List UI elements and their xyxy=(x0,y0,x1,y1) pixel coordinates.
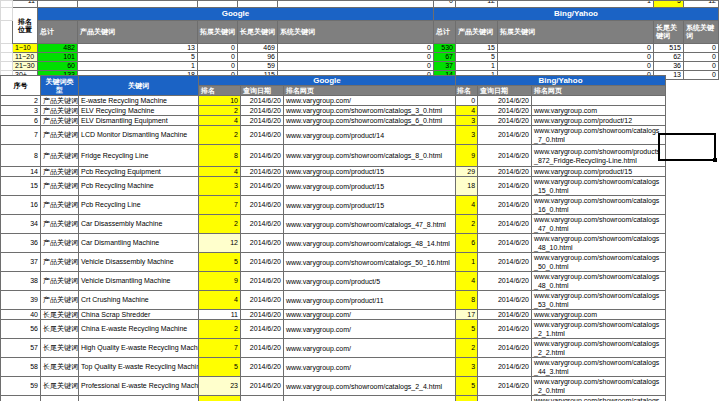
bing-count-cell[interactable]: 36 xyxy=(654,62,684,71)
google-date-cell[interactable]: 2014/6/20 xyxy=(241,396,284,401)
main-bing-header[interactable]: Bing/Yahoo xyxy=(456,76,666,86)
bing-page-header[interactable]: 排名网页 xyxy=(532,86,666,96)
google-url-cell[interactable]: www.varygroup.com/showroom/catalogs_2_4.… xyxy=(284,377,456,396)
bing-date-cell[interactable]: 2014/6/20 xyxy=(478,272,532,291)
google-rank-cell[interactable]: 2 xyxy=(199,106,241,116)
bing-url-cell[interactable]: www.varygroup.com/product/12 xyxy=(532,116,666,126)
google-url-cell[interactable]: www.varygroup.com/ xyxy=(284,310,456,320)
keyword-type-cell[interactable]: 长尾关键词 xyxy=(41,320,79,339)
summary-col-header-b-total[interactable]: 总计 xyxy=(434,21,456,44)
keyword-cell[interactable]: Crt Crushing Machine xyxy=(79,291,199,310)
bing-url-cell[interactable]: www.varygroup.com/showroom/catalogs_16_0… xyxy=(532,196,666,215)
row-number-cell[interactable]: 15 xyxy=(1,177,41,196)
row-number-cell[interactable]: 8 xyxy=(1,145,41,167)
google-total-cell[interactable]: 60 xyxy=(38,62,78,71)
google-rank-cell[interactable]: 2 xyxy=(199,126,241,145)
bing-count-cell[interactable]: 0 xyxy=(498,44,654,53)
google-rank-cell[interactable]: 2 xyxy=(199,320,241,339)
bing-url-cell[interactable]: www.varygroup.com/showroom/catalogs_7_0.… xyxy=(532,126,666,145)
google-count-cell[interactable]: 0 xyxy=(198,53,238,62)
bing-url-cell[interactable]: www.varygroup.com xyxy=(532,310,666,320)
bing-date-cell[interactable]: 2014/6/20 xyxy=(478,106,532,116)
keyword-cell[interactable]: High Quality E-waste Recycling Machine xyxy=(79,339,199,358)
google-date-cell[interactable]: 2014/6/20 xyxy=(241,320,284,339)
google-date-cell[interactable]: 2014/6/20 xyxy=(241,96,284,106)
col-a-cell[interactable] xyxy=(1,8,13,21)
google-rank-cell[interactable]: 10 xyxy=(199,96,241,106)
partial-cell[interactable] xyxy=(78,1,198,8)
bing-date-cell[interactable]: 2014/6/20 xyxy=(478,291,532,310)
bing-rank-cell[interactable]: 5 xyxy=(456,320,478,339)
rank-range-cell[interactable]: 1~10 xyxy=(13,44,38,53)
google-url-cell[interactable]: www.varygroup.com/ xyxy=(284,96,456,106)
bing-url-cell[interactable]: www.varygroup.com/showroom/catalogs_2_2.… xyxy=(532,339,666,358)
main-header-keyword[interactable]: 关键词 xyxy=(79,76,199,96)
keyword-cell[interactable]: China Scrap Shredder xyxy=(79,310,199,320)
keyword-type-cell[interactable]: 产品关键词 xyxy=(41,145,79,167)
summary-col-header-g-longtail[interactable]: 长尾关键词 xyxy=(238,21,278,44)
google-url-cell[interactable]: www.varygroup.com/product/5 xyxy=(284,272,456,291)
keyword-cell[interactable]: ELV Recycling Machine xyxy=(79,106,199,116)
keyword-type-cell[interactable]: 产品关键词 xyxy=(41,116,79,126)
row-number-cell[interactable]: 16 xyxy=(1,196,41,215)
keyword-type-cell[interactable]: 产品关键词 xyxy=(41,177,79,196)
keyword-type-cell[interactable]: 产品关键词 xyxy=(41,253,79,272)
google-date-cell[interactable]: 2014/6/20 xyxy=(241,272,284,291)
summary-col-header-g-product[interactable]: 产品关键词 xyxy=(78,21,198,44)
keyword-type-cell[interactable]: 产品关键词 xyxy=(41,215,79,234)
google-rank-header[interactable]: 排名 xyxy=(199,86,241,96)
partial-cell[interactable] xyxy=(238,1,278,8)
bing-rank-cell[interactable]: 17 xyxy=(456,310,478,320)
google-date-cell[interactable]: 2014/6/20 xyxy=(241,145,284,167)
row-number-cell[interactable]: 6 xyxy=(1,116,41,126)
row-number-cell[interactable]: 40 xyxy=(1,310,41,320)
bing-rank-cell[interactable]: 3 xyxy=(456,116,478,126)
bing-count-cell[interactable]: 15 xyxy=(456,44,498,53)
google-date-cell[interactable]: 2014/6/20 xyxy=(241,377,284,396)
bing-date-cell[interactable]: 2014/6/20 xyxy=(478,320,532,339)
bing-url-cell[interactable]: www.varygroup.com/showroom/catalogs_15_0… xyxy=(532,177,666,196)
bing-rank-cell[interactable]: 5 xyxy=(456,377,478,396)
partial-cell[interactable] xyxy=(278,1,434,8)
col-a-cell[interactable] xyxy=(1,21,13,44)
bing-url-cell[interactable]: www.varygroup.com/showroom/catalogs_48_1… xyxy=(532,234,666,253)
keyword-cell[interactable]: LCD Monitor Dismantling Machine xyxy=(79,126,199,145)
google-rank-cell[interactable]: 4 xyxy=(199,116,241,126)
google-count-cell[interactable]: 0 xyxy=(198,44,238,53)
col-a-cell[interactable] xyxy=(1,44,13,53)
google-rank-cell[interactable]: 23 xyxy=(199,377,241,396)
google-rank-cell[interactable]: 9 xyxy=(199,272,241,291)
google-url-cell[interactable]: www.varygroup.com/product/15 xyxy=(284,167,456,177)
google-count-cell[interactable]: 59 xyxy=(238,62,278,71)
bing-section-header[interactable]: Bing/Yahoo xyxy=(434,8,719,21)
keyword-cell[interactable]: Top Quality E-waste Recycling Machine xyxy=(79,358,199,377)
bing-rank-cell[interactable]: 18 xyxy=(456,177,478,196)
keyword-cell[interactable]: Pcb Recycling Line xyxy=(79,196,199,215)
row-number-cell[interactable]: 2 xyxy=(1,96,41,106)
bing-rank-cell[interactable]: 2 xyxy=(456,215,478,234)
summary-col-header-b-longtail[interactable]: 长尾关键词 xyxy=(654,21,684,44)
bing-url-cell[interactable]: www.varygroup.com/showroom/catalogs_48_0… xyxy=(532,272,666,291)
google-url-cell[interactable]: www.varygroup.com/ xyxy=(284,358,456,377)
google-rank-cell[interactable]: 7 xyxy=(199,196,241,215)
row-number-cell[interactable]: 59 xyxy=(1,377,41,396)
keyword-type-cell[interactable]: 产品关键词 xyxy=(41,196,79,215)
google-count-cell[interactable]: 96 xyxy=(238,53,278,62)
partial-cell[interactable]: 12 xyxy=(684,1,719,8)
google-date-header[interactable]: 查询日期 xyxy=(241,86,284,96)
bing-date-cell[interactable]: 2014/6/20 xyxy=(478,177,532,196)
bing-count-cell[interactable]: 0 xyxy=(498,53,654,62)
bing-total-cell[interactable]: 37 xyxy=(434,62,456,71)
google-rank-cell[interactable]: 11 xyxy=(199,310,241,320)
google-url-cell[interactable]: www.varygroup.com/showroom/catalogs_6_0.… xyxy=(284,116,456,126)
google-date-cell[interactable]: 2014/6/20 xyxy=(241,126,284,145)
keyword-type-cell[interactable]: 产品关键词 xyxy=(41,126,79,145)
google-url-cell[interactable]: www.varygroup.com/showroom/catalogs_48_1… xyxy=(284,234,456,253)
google-date-cell[interactable]: 2014/6/20 xyxy=(241,116,284,126)
bing-rank-cell[interactable]: 2 xyxy=(456,339,478,358)
keyword-type-cell[interactable]: 长尾关键词 xyxy=(41,396,79,401)
bing-date-cell[interactable]: 2014/6/20 xyxy=(478,215,532,234)
google-date-cell[interactable]: 2014/6/20 xyxy=(241,358,284,377)
google-total-cell[interactable]: 482 xyxy=(38,44,78,53)
bing-date-cell[interactable]: 2014/6/20 xyxy=(478,126,532,145)
